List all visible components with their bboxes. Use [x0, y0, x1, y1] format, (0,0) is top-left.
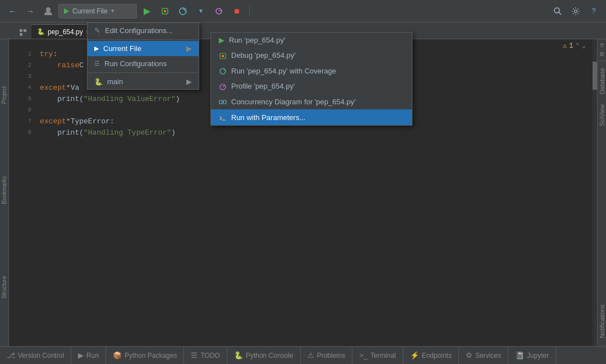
todo-tab[interactable]: ☰ TODO [184, 347, 227, 364]
version-control-icon: ⎇ [7, 351, 15, 360]
database-tab[interactable]: Database [596, 63, 607, 99]
run-configurations-item[interactable]: ☰ Run Configurations [88, 56, 199, 71]
project-panel-tab[interactable]: Project [1, 83, 7, 107]
current-file-item[interactable]: ▶ Current File ▶ [88, 41, 199, 56]
svg-rect-11 [24, 29, 26, 32]
current-file-submenu: ▶ Run 'pep_654.py' Debug 'pep_654.py' Ru… [210, 32, 412, 126]
chevron-down-icon: ▼ [110, 8, 116, 14]
file-tab-pep654[interactable]: 🐍 pep_654.py × [31, 24, 95, 39]
right-panel-tabs: ⠿ ⚙ Database SciView Notifications [597, 39, 606, 346]
python-packages-icon: 📦 [113, 351, 122, 360]
forward-button[interactable]: → [22, 3, 38, 19]
concurrency-pep-item[interactable]: Concurrency Diagram for 'pep_654.py' [211, 94, 412, 110]
run-params-icon [219, 113, 227, 122]
run-configurations-label: Run Configurations [104, 59, 167, 68]
svg-point-9 [575, 10, 577, 12]
help-button[interactable]: ? [586, 3, 602, 19]
profile-pep-item[interactable]: Profile 'pep_654.py' [211, 79, 412, 94]
bottom-bar: ⎇ Version Control ▶ Run 📦 Python Package… [0, 346, 606, 364]
profile-pep-icon [219, 82, 227, 91]
code-line-8: 8 print("Handling TypeError") [9, 127, 597, 138]
run-config-button[interactable]: Current File ▼ [58, 4, 137, 19]
coverage-button[interactable] [175, 3, 191, 19]
separator [249, 6, 250, 17]
version-control-tab[interactable]: ⎇ Version Control [0, 347, 71, 364]
svg-line-8 [559, 12, 561, 15]
svg-line-17 [223, 85, 224, 87]
run-with-params-item[interactable]: Run with Parameters... [211, 109, 412, 125]
jupyter-tab[interactable]: 📓 Jupyter [508, 347, 556, 364]
more-run-button[interactable]: ▼ [193, 3, 209, 19]
svg-point-0 [46, 7, 50, 12]
warning-indicator: ⚠ 1 ⌃ ⌄ [563, 42, 586, 50]
services-icon: ⚙ [466, 351, 472, 360]
python-main-icon: 🐍 [94, 78, 103, 86]
profile-pep-label: Profile 'pep_654.py' [231, 82, 295, 90]
toolbar: ← → Current File ▼ ▶ ▼ ■ ? [0, 0, 606, 22]
problems-tab[interactable]: ⚠ Problems [301, 347, 353, 364]
run-configs-icon: ☰ [94, 60, 100, 67]
settings-button[interactable] [568, 3, 584, 19]
search-button[interactable] [550, 3, 566, 19]
notifications-section: Notifications [596, 203, 607, 346]
main-submenu-arrow-icon: ▶ [186, 77, 192, 86]
python-console-tab[interactable]: 🐍 Python Console [227, 347, 301, 364]
run-config-label: Current File [72, 7, 108, 15]
run-pep-item[interactable]: ▶ Run 'pep_654.py' [211, 33, 412, 48]
edit-config-icon: ✎ [94, 26, 100, 35]
debug-pep-item[interactable]: Debug 'pep_654.py' [211, 48, 412, 63]
right-icon-2[interactable]: ⚙ [599, 51, 604, 57]
run-tab[interactable]: ▶ Run [71, 347, 106, 364]
coverage-pep-item[interactable]: Run 'pep_654.py' with Coverage [211, 63, 412, 79]
stop-button[interactable]: ■ [229, 3, 245, 19]
terminal-icon: >_ [359, 351, 368, 360]
structure-panel-tab[interactable]: Structure [1, 273, 7, 302]
python-packages-tab[interactable]: 📦 Python Packages [106, 347, 184, 364]
run-with-params-label: Run with Parameters... [231, 113, 305, 122]
jupyter-label: Jupyter [527, 352, 549, 360]
services-tab[interactable]: ⚙ Services [459, 347, 508, 364]
edit-config-label: Edit Configurations... [105, 26, 173, 35]
python-icon: 🐍 [37, 28, 45, 35]
svg-point-14 [222, 55, 224, 57]
right-icon-1[interactable]: ⠿ [600, 43, 604, 49]
warning-count: 1 [569, 42, 573, 50]
endpoints-tab[interactable]: ⚡ Endpoints [403, 347, 459, 364]
edit-configurations-item[interactable]: ✎ Edit Configurations... [88, 23, 199, 38]
project-icon[interactable] [17, 26, 29, 39]
jupyter-icon: 📓 [515, 351, 524, 360]
main-item[interactable]: 🐍 main ▶ [88, 74, 199, 89]
profiler-button[interactable] [211, 3, 227, 19]
version-control-label: Version Control [18, 352, 64, 360]
terminal-tab[interactable]: >_ Terminal [352, 347, 403, 364]
svg-rect-10 [20, 29, 22, 32]
sciview-tab[interactable]: SciView [596, 100, 607, 131]
services-label: Services [475, 352, 501, 360]
concurrency-pep-label: Concurrency Diagram for 'pep_654.py' [231, 98, 356, 106]
right-panel-vertical-tabs: Database SciView [596, 63, 607, 203]
endpoints-label: Endpoints [422, 352, 452, 360]
svg-line-6 [219, 10, 221, 11]
warning-expand-icon[interactable]: ⌃ [576, 42, 580, 50]
notifications-tab[interactable]: Notifications [596, 300, 607, 343]
separator-1 [88, 39, 199, 40]
run-config-icon [62, 7, 70, 15]
run-button[interactable]: ▶ [139, 3, 155, 19]
run-icon: ▶ [78, 351, 84, 360]
bookmarks-panel-tab[interactable]: Bookmarks [1, 173, 7, 208]
profile-button[interactable] [40, 3, 56, 19]
svg-rect-18 [219, 100, 222, 104]
problems-icon: ⚠ [307, 351, 314, 360]
endpoints-icon: ⚡ [410, 351, 419, 360]
todo-label: TODO [200, 352, 219, 360]
concurrency-pep-icon [219, 98, 227, 107]
debug-button[interactable] [157, 3, 173, 19]
main-label: main [107, 77, 123, 86]
problems-label: Problems [317, 352, 346, 360]
back-button[interactable]: ← [4, 3, 20, 19]
tab-filename: pep_654.py [48, 28, 83, 36]
warning-icon: ⚠ [563, 42, 567, 50]
current-file-arrow-icon: ▶ [94, 45, 99, 52]
debug-pep-label: Debug 'pep_654.py' [231, 51, 296, 59]
warning-collapse-icon[interactable]: ⌄ [582, 42, 586, 50]
